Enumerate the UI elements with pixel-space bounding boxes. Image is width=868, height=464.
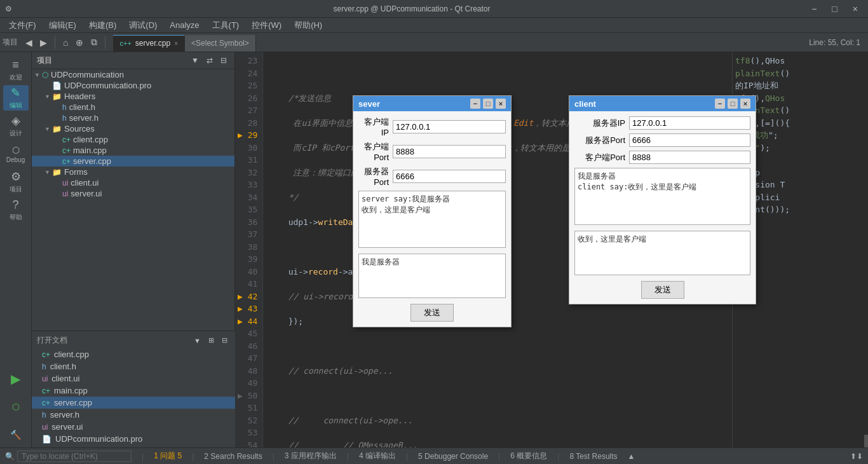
menu-item-w[interactable]: 控件(W) [245, 18, 288, 32]
nav-back-button[interactable]: ◀ [23, 36, 35, 49]
tab-close-server-cpp[interactable]: × [174, 40, 178, 47]
sever-send-textarea[interactable]: 我是服务器 [358, 254, 506, 298]
tree-item-main-cpp[interactable]: c+ main.cpp [32, 145, 234, 156]
close-button[interactable]: × [848, 3, 863, 15]
client-dialog: client − □ × 服务器IP 服务器Port 客户端Port 我是服务器… [569, 95, 756, 304]
tree-item-pro[interactable]: 📄 UDPcommunication.pro [32, 80, 234, 91]
pro-icon: 📄 [52, 81, 62, 90]
doc-icon-client-cpp: c+ [42, 350, 50, 359]
menu-item-analyze[interactable]: Analyze [163, 19, 205, 31]
menu-item-t[interactable]: 工具(T) [206, 18, 246, 32]
run-button[interactable]: ▶ [3, 366, 29, 392]
doc-item-client-ui[interactable]: ui client.ui [32, 372, 235, 385]
server-ui-label: server.ui [71, 189, 102, 198]
client-receive-textarea[interactable]: 我是服务器 client say:收到，这里是客户端 [574, 168, 750, 225]
status-test[interactable]: 8 Test Results [569, 452, 617, 461]
debug-run-button[interactable]: ⬡ [3, 394, 29, 420]
client-input-cport[interactable] [629, 151, 750, 164]
server-cpp-icon: c+ [62, 157, 71, 166]
titlebar: ⚙ server.cpp @ UDPcommunication - Qt Cre… [0, 0, 868, 18]
menu-item-b[interactable]: 构建(B) [83, 18, 123, 32]
sever-max-button[interactable]: □ [483, 99, 493, 109]
doc-item-main-cpp[interactable]: c+ main.cpp [32, 385, 235, 397]
tree-folder-forms[interactable]: ▼ 📁 Forms [32, 167, 234, 177]
status-right: ⬆⬇ [850, 452, 863, 461]
ln-27: 27 [238, 104, 257, 117]
client-max-button[interactable]: □ [728, 99, 738, 109]
tree-item-server-h[interactable]: h server.h [32, 113, 234, 123]
tree-item-client-h[interactable]: h client.h [32, 102, 234, 113]
ln-49: 49 [238, 377, 257, 390]
ln-51: 51 [238, 402, 257, 414]
doc-label-server-cpp: server.cpp [54, 398, 92, 407]
tab-server-cpp[interactable]: c++ server.cpp × [113, 35, 185, 51]
sever-close-button[interactable]: × [496, 99, 506, 109]
menu-item-d[interactable]: 调试(D) [123, 18, 163, 32]
sever-send-button[interactable]: 发送 [410, 304, 454, 322]
doc-item-pro[interactable]: 📄 UDPcommunication.pro [32, 433, 235, 445]
client-min-button[interactable]: − [715, 99, 725, 109]
menu-item-h[interactable]: 帮助(H) [288, 18, 329, 32]
projects-button[interactable]: ⚙ 项目 [3, 169, 29, 194]
build-button[interactable]: 🔨 [3, 422, 29, 447]
status-compile[interactable]: 4 编译输出 [359, 451, 396, 461]
menu-item-e[interactable]: 编辑(E) [43, 18, 83, 32]
sidebar-collapse-button[interactable]: ⊟ [218, 55, 229, 66]
doc-icon-server-h: h [42, 411, 46, 420]
bookmark-button[interactable]: ⊕ [73, 36, 86, 49]
tab-select-symbol[interactable]: <Select Symbol> [185, 35, 256, 51]
doc-icon-client-ui: ui [42, 374, 48, 383]
tree-root[interactable]: ▼ ⬡ UDPcommunication [32, 69, 234, 80]
sever-input-sport[interactable] [393, 170, 506, 183]
doc-item-client-cpp[interactable]: c+ client.cpp [32, 348, 235, 360]
doc-icon-server-ui: ui [42, 423, 48, 432]
split-button[interactable]: ⧉ [88, 36, 100, 49]
minimize-button[interactable]: − [806, 3, 822, 15]
help-button[interactable]: ? 帮助 [3, 197, 29, 222]
tree-folder-sources[interactable]: ▼ 📁 Sources [32, 123, 234, 134]
client-input-sport[interactable] [629, 133, 750, 147]
doc-item-server-ui[interactable]: ui server.ui [32, 421, 235, 433]
welcome-button[interactable]: ≡ 欢迎 [3, 57, 29, 83]
sever-input-ip[interactable] [393, 120, 506, 133]
home-button[interactable]: ⌂ [60, 36, 71, 49]
open-docs-filter[interactable]: ▼ [191, 335, 203, 346]
status-debug[interactable]: 5 Debugger Console [418, 452, 488, 461]
client-send-textarea[interactable]: 收到，这里是客户端 [574, 231, 750, 275]
nav-fwd-button[interactable]: ▶ [37, 36, 50, 49]
maximize-button[interactable]: □ [827, 3, 842, 15]
headers-icon: 📁 [52, 92, 62, 101]
status-output[interactable]: 3 应用程序输出 [285, 451, 337, 461]
sever-input-cport[interactable] [393, 145, 506, 158]
tree-item-server-ui[interactable]: ui server.ui [32, 188, 234, 199]
doc-item-server-cpp[interactable]: c+ server.cpp [32, 397, 235, 409]
open-docs-split[interactable]: ⊞ [206, 335, 217, 346]
client-close-button[interactable]: × [740, 99, 750, 109]
debug-button[interactable]: ⬡ Debug [3, 141, 29, 167]
edit-button[interactable]: ✎ 编辑 [3, 85, 29, 111]
status-search[interactable]: 2 Search Results [204, 452, 262, 461]
client-input-sip[interactable] [629, 116, 750, 130]
tree-item-client-ui[interactable]: ui client.ui [32, 177, 234, 188]
status-problems[interactable]: 1 问题 5 [154, 451, 182, 461]
sever-row-cport: 客户端Port [358, 141, 506, 162]
code-line-35: // connect(ui->ope... [268, 366, 393, 376]
open-docs-close[interactable]: ⊟ [219, 335, 230, 346]
status-info[interactable]: 6 概要信息 [510, 451, 547, 461]
design-button[interactable]: ◈ 设计 [3, 113, 29, 139]
doc-icon-server-cpp: c+ [42, 399, 50, 407]
doc-item-server-h[interactable]: h server.h [32, 409, 235, 421]
tree-item-client-cpp[interactable]: c+ client.cpp [32, 134, 234, 145]
menu-item-f[interactable]: 文件(F) [3, 18, 43, 32]
sidebar-filter-button[interactable]: ▼ [189, 55, 201, 66]
doc-label-pro: UDPcommunication.pro [55, 434, 142, 444]
toolbar: 项目 ◀ ▶ ⌂ ⊕ ⧉ c++ server.cpp × <Select Sy… [0, 33, 868, 52]
locate-input[interactable] [17, 451, 132, 462]
sidebar-sync-button[interactable]: ⇄ [204, 55, 215, 66]
sever-min-button[interactable]: − [470, 99, 480, 109]
tree-item-server-cpp[interactable]: c+ server.cpp [32, 156, 234, 167]
sever-receive-textarea[interactable]: server say:我是服务器 收到，这里是客户端 [358, 191, 506, 248]
client-send-button[interactable]: 发送 [641, 281, 684, 299]
tree-folder-headers[interactable]: ▼ 📁 Headers [32, 91, 234, 102]
doc-item-client-h[interactable]: h client.h [32, 360, 235, 372]
